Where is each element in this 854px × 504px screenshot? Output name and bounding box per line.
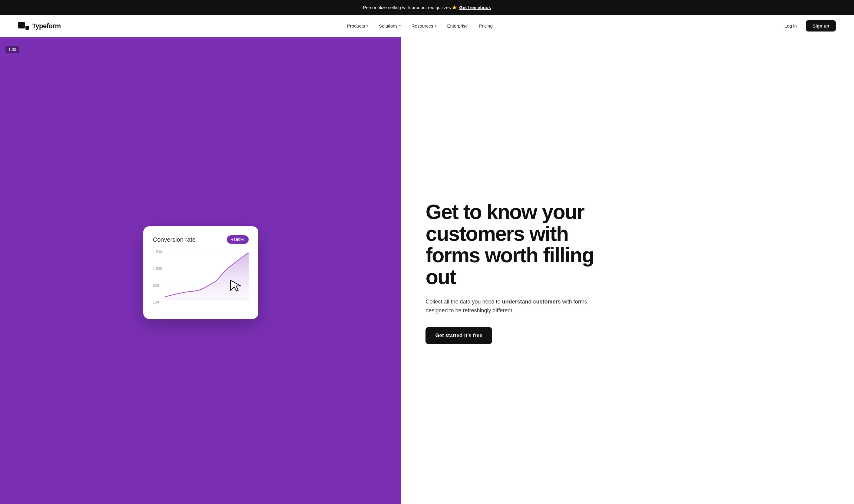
logo-icon [18,22,29,30]
nav-resources[interactable]: Resources ▾ [407,21,441,31]
hero-subtitle: Collect all the data you need to underst… [425,298,601,315]
svg-marker-6 [231,280,241,291]
cta-button[interactable]: Get started-it's free [425,327,492,344]
hero-section: 1.00 Conversion rate +150% 1,500 1,000 5… [0,37,854,504]
hero-right: Get to know your customers with forms wo… [401,37,854,504]
chevron-down-icon: ▾ [366,24,368,28]
login-button[interactable]: Log in [779,20,802,32]
banner-text: Personalize selling with product rec qui… [363,5,459,10]
chart-y-labels: 1,500 1,000 500 100 [153,250,162,304]
logo-area: Typeform [18,22,61,30]
svg-rect-1 [25,26,29,30]
cursor-icon [228,278,242,292]
chevron-down-icon: ▾ [435,24,436,28]
signup-button[interactable]: Sign up [806,20,836,32]
nav-solutions[interactable]: Solutions ▾ [375,21,405,31]
navbar-right: Log in Sign up [779,20,836,32]
hero-left: 1.00 Conversion rate +150% 1,500 1,000 5… [0,37,401,504]
logo-text: Typeform [32,22,61,30]
chart-header: Conversion rate +150% [153,235,249,244]
chart-card: Conversion rate +150% 1,500 1,000 500 10… [143,226,258,319]
chart-area: 1,500 1,000 500 100 [153,250,249,310]
nav-pricing[interactable]: Pricing [475,21,497,31]
nav-enterprise[interactable]: Enterprise [443,21,472,31]
hero-title: Get to know your customers with forms wo… [425,201,601,288]
navbar: Typeform Products ▾ Solutions ▾ Resource… [0,15,854,37]
chart-badge: +150% [227,235,249,244]
chart-svg [165,250,249,304]
chevron-down-icon: ▾ [399,24,401,28]
version-badge: 1.00 [5,46,19,53]
hero-content: Get to know your customers with forms wo… [425,201,601,344]
svg-rect-0 [18,22,25,29]
nav-products[interactable]: Products ▾ [343,21,372,31]
navbar-nav: Products ▾ Solutions ▾ Resources ▾ Enter… [343,21,497,31]
top-banner: Personalize selling with product rec qui… [0,0,854,15]
banner-link[interactable]: Get free ebook [459,5,491,10]
chart-title: Conversion rate [153,236,196,243]
